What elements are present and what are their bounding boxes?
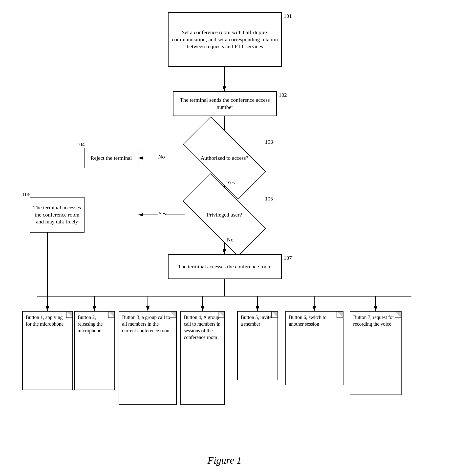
node-104: Reject the terminal <box>84 148 138 168</box>
ref-102: 102 <box>279 92 287 98</box>
label-no2: No <box>227 237 234 243</box>
ref-106: 106 <box>22 191 30 198</box>
node-101: Set a conference room with half-duplex c… <box>168 12 282 67</box>
doc-b2: Button 2, releasing the microphone <box>74 311 115 390</box>
doc-b1: Button 1, applying for the microphone <box>22 311 73 390</box>
node-106: The terminal accesses the conference roo… <box>30 197 85 233</box>
figure-caption: Figure 1 <box>0 455 449 466</box>
ref-107: 107 <box>284 255 292 261</box>
node-105: Privileged user? <box>185 195 263 235</box>
doc-b6: Button 6, switch to another session <box>285 311 343 385</box>
doc-b7: Button 7, request for recording the voic… <box>350 311 402 395</box>
ref-103: 103 <box>265 139 273 145</box>
doc-b4: Button 4, A group call to members in ses… <box>180 311 225 405</box>
doc-b5: Button 5, invite a member <box>237 311 278 380</box>
diagram-container: Set a conference room with half-duplex c… <box>0 0 449 476</box>
label-yes2: Yes <box>158 210 166 217</box>
doc-b3: Button 3, a group call to all members in… <box>119 311 177 405</box>
label-no1: No <box>158 154 165 160</box>
node-103: Authorized to access? <box>185 138 263 178</box>
node-107: The terminal accesses the conference roo… <box>168 254 282 279</box>
node-102: The terminal sends the conference access… <box>173 91 277 116</box>
label-yes1: Yes <box>227 179 235 186</box>
ref-101: 101 <box>284 13 292 19</box>
ref-105: 105 <box>265 196 273 202</box>
ref-104: 104 <box>77 141 85 148</box>
